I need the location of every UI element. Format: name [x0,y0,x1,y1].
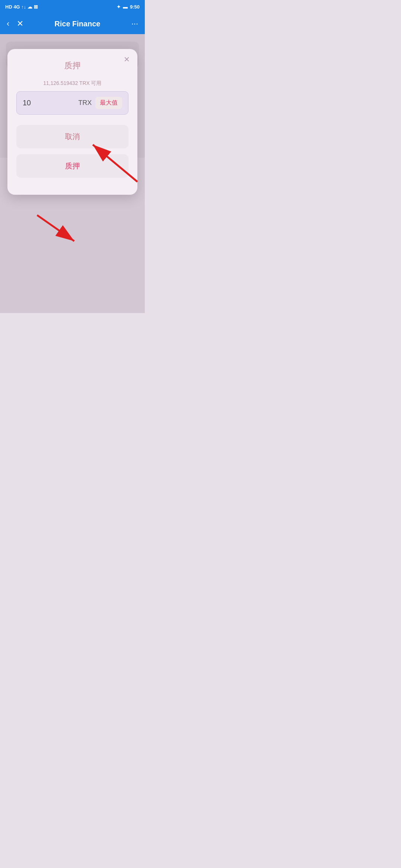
status-right: ✦ ▬ 9:50 [117,4,140,10]
status-info: HD 4G ↑↓ ☁ ⊠ [5,4,38,10]
battery-icon: ▬ [123,4,128,10]
pledge-modal: ✕ 质押 11,126.519432 TRX 可用 10 TRX 最大值 取消 … [7,49,137,195]
pledge-button[interactable]: 质押 [16,154,128,178]
modal-title: 质押 [16,60,128,71]
status-bar: HD 4G ↑↓ ☁ ⊠ ✦ ▬ 9:50 [0,0,145,13]
time: 9:50 [130,4,140,10]
amount-value[interactable]: 10 [23,99,78,107]
close-button[interactable]: ✕ [17,19,23,29]
status-left: HD 4G ↑↓ ☁ ⊠ [5,4,38,10]
modal-overlay: ✕ 质押 11,126.519432 TRX 可用 10 TRX 最大值 取消 … [0,34,145,313]
max-value-button[interactable]: 最大值 [95,97,122,109]
bluetooth-icon: ✦ [117,4,121,10]
app-header: ‹ ✕ Rice Finance ··· [0,13,145,34]
cancel-button[interactable]: 取消 [16,125,128,148]
currency-label: TRX [78,99,92,107]
amount-input-row: 10 TRX 最大值 [16,91,128,115]
available-balance: 11,126.519432 TRX 可用 [16,80,128,87]
back-button[interactable]: ‹ [7,19,9,29]
page-title: Rice Finance [55,20,100,28]
modal-close-button[interactable]: ✕ [124,55,130,64]
more-menu-button[interactable]: ··· [131,19,138,29]
